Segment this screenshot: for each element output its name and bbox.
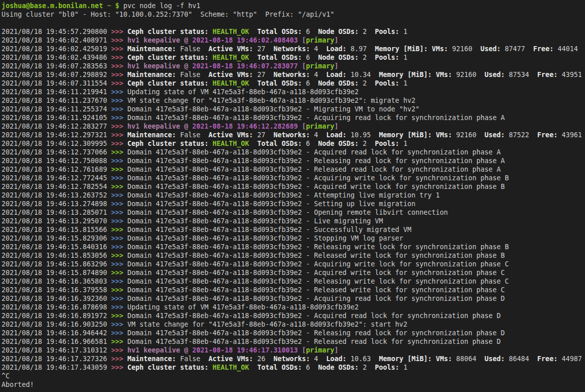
field-label: Used: (485, 355, 509, 363)
log-marker: >>> (111, 269, 127, 277)
shell-prompt-line: joshua@base.m.bonilan.net ~ $ pvc node l… (2, 2, 585, 10)
log-line: 2021/08/18 19:46:15.829306 >>> Domain 41… (2, 234, 585, 243)
field-value: 1 (404, 140, 408, 147)
field-value: HEALTH_OK (212, 80, 249, 87)
log-line: 2021/08/18 19:46:13.295070 >>> Domain 41… (2, 217, 585, 225)
field-label: Total OSDs: (257, 80, 306, 87)
field-label: Active VMs: (208, 131, 257, 139)
field-separator (318, 71, 326, 79)
log-line: 2021/08/18 19:46:17.327326 >>> Maintenan… (2, 355, 585, 363)
log-line: 2021/08/18 19:46:12.737066 >>> Domain 41… (2, 148, 585, 156)
field-label: Memory [MiB]: VMs: (375, 45, 452, 53)
log-timestamp: 2021/08/18 19:46:11.255374 (2, 105, 111, 113)
field-separator (367, 80, 375, 87)
log-line: 2021/08/18 19:46:12.309995 >>> Ceph clus… (2, 139, 585, 148)
field-label: Free: (537, 355, 562, 363)
log-line: 2021/08/18 19:46:11.219941 >>> Updating … (2, 88, 585, 96)
log-timestamp: 2021/08/18 19:46:11.237670 (2, 97, 111, 104)
field-label: Networks: (273, 355, 314, 363)
field-separator (249, 140, 257, 147)
field-separator (371, 71, 379, 79)
field-value: 87534 (509, 71, 529, 79)
cluster-info-line: Using cluster "bl0" - Host: "10.100.0.25… (2, 10, 585, 19)
log-message: Domain 417e5a3f-88eb-467a-a118-8d093cfb3… (127, 286, 505, 294)
field-value: HEALTH_OK (212, 140, 249, 147)
bracket-close: ] (334, 346, 338, 354)
field-separator (529, 131, 537, 139)
log-line: 2021/08/18 19:46:07.311554 >>> Ceph clus… (2, 79, 585, 88)
log-timestamp: 2021/08/18 19:46:17.343059 (2, 364, 111, 371)
log-timestamp: 2021/08/18 19:46:02.408971 (2, 36, 111, 44)
log-message: Updating state of VM 417e5a3f-88eb-467a-… (127, 303, 358, 311)
terminal-screen[interactable]: joshua@base.m.bonilan.net ~ $ pvc node l… (0, 0, 585, 392)
log-timestamp: 2021/08/18 19:46:12.737066 (2, 148, 111, 156)
log-timestamp: 2021/08/18 19:46:15.863296 (2, 260, 111, 268)
log-message: Domain 417e5a3f-88eb-467a-a118-8d093cfb3… (127, 338, 501, 345)
log-line: 2021/08/18 19:46:13.263752 >>> Domain 41… (2, 191, 585, 200)
field-value: 2 (363, 28, 367, 35)
field-value: 87477 (505, 45, 525, 53)
log-timestamp: 2021/08/18 19:46:11.219941 (2, 88, 111, 96)
log-timestamp: 2021/08/18 19:46:16.966581 (2, 338, 111, 345)
log-message: Domain 417e5a3f-88eb-467a-a118-8d093cfb3… (127, 191, 440, 199)
log-timestamp: 2021/08/18 19:46:15.829306 (2, 234, 111, 242)
field-value: HEALTH_OK (212, 54, 249, 61)
log-timestamp: 2021/08/18 19:46:13.274898 (2, 200, 111, 208)
prompt-user-host: joshua@base.m.bonilan.net (2, 2, 103, 10)
log-marker: >>> (111, 200, 127, 208)
field-value: False (180, 71, 200, 79)
log-line: 2021/08/18 19:46:16.878698 >>> Updating … (2, 303, 585, 311)
log-timestamp: 2021/08/18 19:46:17.310312 (2, 346, 111, 354)
field-label: Pools: (375, 80, 404, 87)
field-value: 27 (257, 131, 265, 139)
log-marker: >>> (111, 105, 127, 113)
field-label: Node OSDs: (318, 140, 363, 147)
field-label: Load: (326, 71, 351, 79)
field-label: Node OSDs: (318, 80, 363, 87)
log-line: 2021/08/18 19:46:12.750088 >>> Domain 41… (2, 156, 585, 165)
log-line: 2021/08/18 19:46:02.408971 >>> hv1 keepa… (2, 36, 585, 45)
field-label: Maintenance: (127, 131, 180, 139)
field-value: 10.63 (351, 355, 371, 363)
field-value: 4 (314, 355, 318, 363)
log-marker: >>> (111, 321, 127, 328)
field-label: Load: (326, 355, 351, 363)
bracket-close: ] (334, 36, 338, 44)
log-marker: >>> (111, 260, 127, 268)
field-label: Free: (537, 71, 562, 79)
field-value: 92160 (452, 45, 472, 53)
field-label: Node OSDs: (318, 54, 363, 61)
log-marker: >>> (111, 338, 127, 345)
field-value: HEALTH_OK (212, 28, 249, 35)
log-message: Domain 417e5a3f-88eb-467a-a118-8d093cfb3… (127, 157, 505, 165)
log-marker: >>> (111, 114, 127, 122)
keepalive-timestamp: 2021-08-18 19:46:02.408403 (192, 36, 298, 44)
field-separator (367, 54, 375, 61)
log-line: 2021/08/18 19:46:11.924105 >>> Domain 41… (2, 113, 585, 122)
field-label: Used: (485, 131, 509, 139)
field-value: 87522 (509, 131, 529, 139)
keepalive-timestamp: 2021-08-18 19:46:07.283077 (192, 62, 298, 70)
field-label: Ceph cluster status: (127, 140, 212, 147)
log-marker: >>> (111, 36, 127, 44)
log-message: Domain 417e5a3f-88eb-467a-a118-8d093cfb3… (127, 148, 501, 156)
log-timestamp: 2021/08/18 19:46:15.853056 (2, 252, 111, 259)
field-separator (265, 131, 273, 139)
log-timestamp: 2021/08/18 19:46:12.772445 (2, 174, 111, 182)
log-timestamp: 2021/08/18 19:45:57.290800 (2, 28, 111, 35)
bracket-open: [ (298, 36, 306, 44)
field-value: 1 (404, 364, 408, 371)
field-label: Total OSDs: (257, 28, 306, 35)
field-label: Pools: (375, 54, 404, 61)
field-separator (310, 364, 318, 371)
log-marker: >>> (111, 329, 127, 337)
log-timestamp: 2021/08/18 19:46:16.946442 (2, 329, 111, 337)
log-line: 2021/08/18 19:46:11.237670 >>> VM state … (2, 96, 585, 105)
field-value: 2 (363, 364, 367, 371)
log-line: 2021/08/18 19:46:12.761689 >>> Domain 41… (2, 165, 585, 174)
field-separator (525, 45, 533, 53)
field-separator (477, 71, 485, 79)
prompt-cwd: ~ (107, 2, 111, 10)
bracket-close: ] (334, 62, 338, 70)
field-separator (529, 355, 537, 363)
